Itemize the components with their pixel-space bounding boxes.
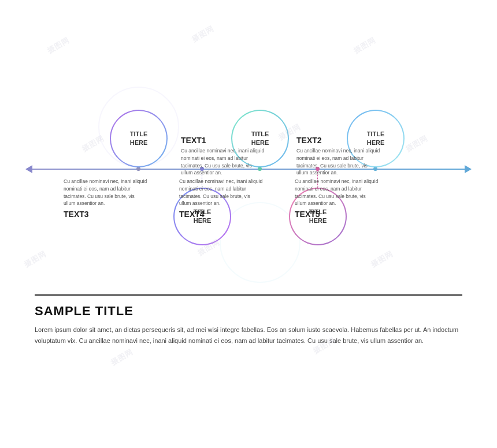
text-heading-4: TEXT4 — [179, 210, 263, 219]
text-heading-5: TEXT5 — [295, 210, 379, 219]
text-block-1: TEXT1 Cu ancillae nominavi nec, inani al… — [181, 136, 265, 177]
circle-node-1: TITLE HERE — [110, 110, 168, 167]
circle-title-1: TITLE — [130, 130, 148, 139]
watermark-text: 摄图网 — [351, 35, 377, 57]
text-block-3: Cu ancillae nominavi nec, inani aliquid … — [64, 178, 147, 221]
text-heading-1: TEXT1 — [181, 136, 265, 145]
text-heading-2: TEXT2 — [296, 136, 380, 145]
infographic-area: TITLE HERE TITLE HERE TITLE HERE TITLE H… — [35, 69, 462, 448]
text-heading-3: TEXT3 — [64, 210, 147, 219]
text-body-3a: Cu ancillae nominavi nec, inani aliquid … — [64, 178, 147, 207]
content-area: 摄图网 摄图网 摄图网 摄图网 摄图网 摄图网 摄图网 摄图网 摄图网 摄图网 … — [0, 0, 497, 448]
text-body-4a: Cu ancillae nominavi nec, inani aliquid … — [179, 178, 263, 207]
text-block-5: Cu ancillae nominavi nec, inani aliquid … — [295, 178, 379, 221]
watermark-text: 摄图网 — [190, 24, 216, 45]
circle-title-1b: HERE — [130, 139, 148, 147]
text-body-2: Cu ancillae nominavi nec, inani aliquid … — [296, 147, 380, 177]
dot-1 — [136, 167, 140, 171]
timeline-arrow-right — [465, 165, 472, 173]
text-block-2: TEXT2 Cu ancillae nominavi nec, inani al… — [296, 136, 380, 177]
text-body-5a: Cu ancillae nominavi nec, inani aliquid … — [295, 178, 379, 207]
sample-body: Lorem ipsum dolor sit amet, an dictas pe… — [35, 324, 462, 346]
text-block-4: Cu ancillae nominavi nec, inani aliquid … — [179, 178, 263, 221]
timeline-arrow-left — [25, 165, 32, 173]
watermark-text: 摄图网 — [45, 35, 71, 57]
bottom-section: SAMPLE TITLE Lorem ipsum dolor sit amet,… — [35, 294, 462, 448]
text-body-1: Cu ancillae nominavi nec, inani aliquid … — [181, 147, 265, 177]
sample-title: SAMPLE TITLE — [35, 304, 462, 319]
